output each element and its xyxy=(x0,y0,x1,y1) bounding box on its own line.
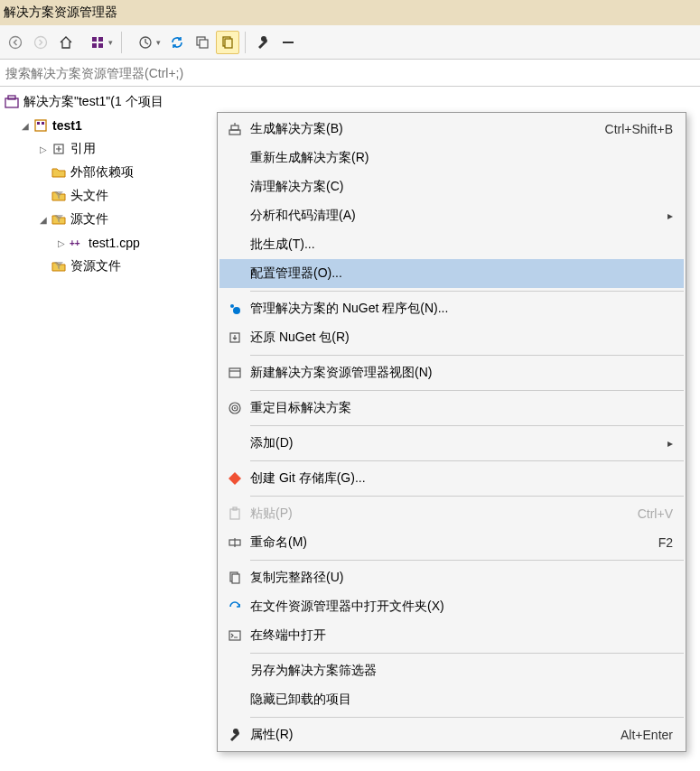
menu-batch-build[interactable]: 批生成(T)... xyxy=(219,230,684,259)
svg-rect-2 xyxy=(92,37,97,42)
menu-analyze[interactable]: 分析和代码清理(A) xyxy=(219,201,684,230)
svg-text:++: ++ xyxy=(70,238,80,248)
svg-rect-11 xyxy=(283,42,294,43)
menu-nuget[interactable]: 管理解决方案的 NuGet 程序包(N)... xyxy=(219,294,684,323)
svg-rect-13 xyxy=(8,96,15,99)
spacer xyxy=(36,259,51,274)
svg-rect-10 xyxy=(225,39,232,48)
cpp-file-icon: ++ xyxy=(69,235,85,251)
nuget-icon xyxy=(219,302,250,316)
svg-rect-32 xyxy=(232,574,239,583)
menu-add[interactable]: 添加(D) xyxy=(219,429,684,458)
collapse-all-button[interactable] xyxy=(191,31,214,54)
menu-separator xyxy=(250,560,684,561)
filter-folder-icon xyxy=(51,211,67,228)
menu-retarget[interactable]: 重定目标解决方案 xyxy=(219,394,684,423)
back-button[interactable] xyxy=(4,31,27,54)
show-all-files-button[interactable] xyxy=(216,31,239,54)
restore-icon xyxy=(219,330,250,345)
solution-label: 解决方案"test1"(1 个项目 xyxy=(23,94,163,110)
sources-label: 源文件 xyxy=(70,211,108,228)
menu-create-git[interactable]: 创建 Git 存储库(G)... xyxy=(219,464,684,493)
new-view-icon xyxy=(219,366,250,380)
svg-rect-24 xyxy=(229,368,240,377)
svg-rect-28 xyxy=(230,509,239,519)
references-icon xyxy=(51,141,67,157)
tree-solution-node[interactable]: 解决方案"test1"(1 个项目 xyxy=(0,90,700,114)
forward-button[interactable] xyxy=(29,31,52,54)
home-button[interactable] xyxy=(54,31,78,54)
open-folder-icon xyxy=(219,599,250,614)
headers-label: 头文件 xyxy=(70,188,108,204)
svg-rect-5 xyxy=(98,43,103,48)
project-icon xyxy=(33,117,49,134)
menu-separator xyxy=(250,390,684,391)
menu-save-filter[interactable]: 另存为解决方案筛选器 xyxy=(219,656,684,685)
menu-separator xyxy=(250,425,684,426)
pending-changes-filter-button[interactable] xyxy=(127,31,163,54)
menu-clean[interactable]: 清理解决方案(C) xyxy=(219,172,684,201)
expander-icon[interactable]: ▷ xyxy=(36,142,51,156)
paste-icon xyxy=(219,506,250,521)
toolbar xyxy=(0,25,700,60)
menu-paste: 粘贴(P) Ctrl+V xyxy=(219,499,684,528)
menu-hide-unloaded[interactable]: 隐藏已卸载的项目 xyxy=(219,685,684,714)
menu-separator xyxy=(250,717,684,718)
svg-point-0 xyxy=(10,36,22,48)
search-input[interactable] xyxy=(5,66,695,80)
svg-rect-20 xyxy=(231,125,238,130)
expander-icon[interactable]: ◢ xyxy=(36,212,51,227)
menu-config-manager[interactable]: 配置管理器(O)... xyxy=(219,259,684,288)
solution-icon xyxy=(4,94,20,110)
copy-icon xyxy=(219,571,250,585)
build-icon xyxy=(219,122,250,136)
menu-open-terminal[interactable]: 在终端中打开 xyxy=(219,621,684,650)
svg-rect-14 xyxy=(35,120,46,131)
search-bar xyxy=(0,60,700,87)
properties-button[interactable] xyxy=(251,31,275,54)
svg-point-22 xyxy=(233,307,240,314)
menu-separator xyxy=(250,291,684,292)
menu-copy-path[interactable]: 复制完整路径(U) xyxy=(219,563,684,592)
menu-rename[interactable]: 重命名(M) F2 xyxy=(219,528,684,557)
svg-point-1 xyxy=(35,36,47,48)
menu-build[interactable]: 生成解决方案(B) Ctrl+Shift+B xyxy=(219,115,684,144)
switch-views-button[interactable] xyxy=(79,31,116,54)
svg-rect-3 xyxy=(98,37,103,42)
wrench-icon xyxy=(219,728,250,742)
rename-icon xyxy=(219,535,250,550)
sourcefile-label: test1.cpp xyxy=(89,236,140,250)
retarget-icon xyxy=(219,401,250,415)
title-bar: 解决方案资源管理器 xyxy=(0,0,700,25)
terminal-icon xyxy=(219,628,250,643)
menu-separator xyxy=(250,653,684,654)
svg-point-27 xyxy=(234,407,236,409)
menu-properties[interactable]: 属性(R) Alt+Enter xyxy=(219,720,684,749)
svg-rect-16 xyxy=(42,122,44,125)
menu-new-view[interactable]: 新建解决方案资源管理器视图(N) xyxy=(219,358,684,387)
filter-folder-icon xyxy=(51,188,67,204)
svg-point-21 xyxy=(230,304,234,308)
resources-label: 资源文件 xyxy=(70,258,121,274)
spacer xyxy=(36,189,51,203)
menu-separator xyxy=(250,496,684,497)
menu-restore-nuget[interactable]: 还原 NuGet 包(R) xyxy=(219,323,684,352)
menu-open-folder[interactable]: 在文件资源管理器中打开文件夹(X) xyxy=(219,592,684,621)
sync-button[interactable] xyxy=(165,31,189,54)
svg-rect-33 xyxy=(229,631,240,640)
git-icon xyxy=(219,471,250,486)
references-label: 引用 xyxy=(70,141,96,157)
expander-icon[interactable]: ▷ xyxy=(54,236,69,250)
context-menu: 生成解决方案(B) Ctrl+Shift+B 重新生成解决方案(R) 清理解决方… xyxy=(217,112,686,752)
project-label: test1 xyxy=(52,118,82,133)
menu-rebuild[interactable]: 重新生成解决方案(R) xyxy=(219,144,684,172)
preview-button[interactable] xyxy=(276,31,300,54)
external-label: 外部依赖项 xyxy=(70,164,134,181)
spacer xyxy=(36,165,51,180)
menu-separator xyxy=(250,460,684,461)
expander-icon[interactable]: ◢ xyxy=(18,118,33,133)
svg-rect-4 xyxy=(92,43,97,48)
window-title: 解决方案资源管理器 xyxy=(4,5,117,21)
menu-separator xyxy=(250,355,684,356)
folder-icon xyxy=(51,164,67,181)
